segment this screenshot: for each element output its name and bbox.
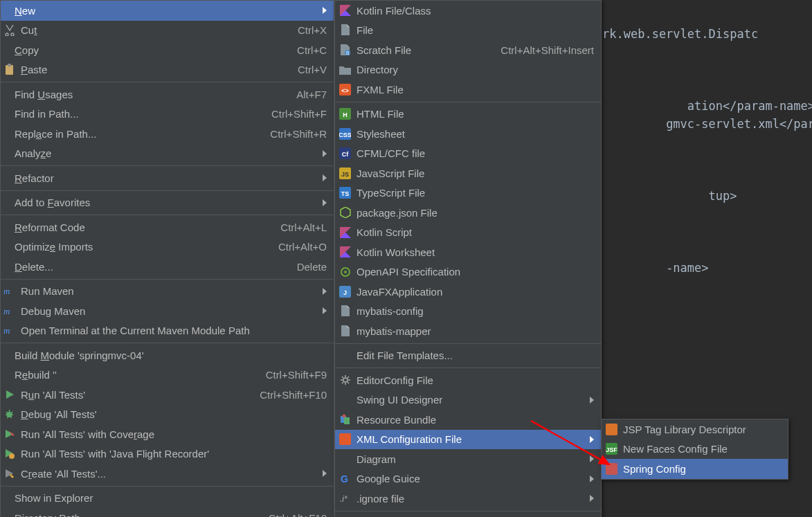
context-menu-item[interactable]: Optimize ImportsCtrl+Alt+O [1, 237, 334, 257]
menu-item-label: Google Guice [357, 473, 590, 484]
context-menu[interactable]: NewCutCtrl+XCopyCtrl+CPasteCtrl+VFind Us… [0, 0, 334, 517]
submenu-arrow-icon [590, 475, 594, 482]
jsp-icon [604, 423, 619, 435]
context-menu-item[interactable]: Find in Path...Ctrl+Shift+F [1, 105, 334, 125]
new-submenu-item[interactable]: JJavaFXApplication [335, 282, 601, 302]
new-submenu[interactable]: Kotlin File/ClassFileSScratch FileCtrl+A… [334, 0, 602, 517]
new-submenu-item[interactable]: Swing UI Designer [335, 390, 601, 410]
context-menu-item[interactable]: Refactor [1, 168, 334, 188]
context-menu-item[interactable]: Run 'All Tests'Ctrl+Shift+F10 [1, 385, 334, 405]
file-icon [338, 325, 352, 337]
menu-item-label: Cut [21, 24, 289, 36]
profile-icon [2, 448, 17, 460]
context-menu-item[interactable]: Rebuild ''Ctrl+Shift+F9 [1, 365, 334, 386]
new-submenu-item[interactable]: CSSStylesheet [335, 124, 601, 144]
context-menu-item[interactable]: Delete...Delete [1, 257, 334, 277]
svg-text:TS: TS [341, 190, 350, 197]
svg-text:m: m [3, 286, 10, 296]
context-menu-item[interactable]: PasteCtrl+V [1, 60, 334, 80]
svg-rect-34 [606, 424, 617, 435]
context-menu-item[interactable]: Replace in Path...Ctrl+Shift+R [1, 124, 334, 144]
debug-icon [2, 408, 17, 421]
separator [1, 82, 334, 82]
context-menu-item[interactable]: Run 'All Tests' with Coverage [1, 424, 334, 444]
new-submenu-item[interactable]: OpenAPI Specification [335, 262, 601, 282]
menu-item-label: Stylesheet [357, 128, 594, 140]
new-submenu-item[interactable]: @Create New Servlet [335, 514, 601, 518]
context-menu-item[interactable]: Build Module 'springmvc-04' [1, 345, 334, 365]
context-menu-item[interactable]: mOpen Terminal at the Current Maven Modu… [1, 321, 334, 341]
new-submenu-item[interactable]: mybatis-config [335, 302, 601, 322]
new-submenu-item[interactable]: JSJavaScript File [335, 163, 601, 183]
code-line: rk.web.servlet.Dispatc [602, 27, 758, 41]
context-menu-item[interactable]: CopyCtrl+C [1, 40, 334, 60]
new-submenu-item[interactable]: Edit File Templates... [335, 346, 601, 366]
menu-item-label: Debug 'All Tests' [21, 408, 327, 420]
xml-submenu-item[interactable]: JSP Tag Library Descriptor [602, 419, 788, 439]
menu-item-label: JavaFXApplication [357, 286, 594, 298]
context-menu-item[interactable]: Add to Favorites [1, 193, 334, 213]
context-menu-item[interactable]: Create 'All Tests'... [1, 464, 334, 484]
css-icon: CSS [338, 127, 352, 140]
new-submenu-item[interactable]: Kotlin Worksheet [335, 242, 601, 262]
new-submenu-item[interactable]: Directory [335, 60, 601, 80]
context-menu-item[interactable]: mRun Maven [1, 282, 334, 302]
xml-submenu-item[interactable]: JSFNew Faces Config File [602, 439, 788, 460]
menu-item-label: Optimize Imports [15, 241, 270, 253]
javafx-icon: J [338, 285, 352, 298]
code-line: gmvc-servlet.xml</para [666, 117, 812, 131]
new-submenu-item[interactable]: Resource Bundle [335, 410, 601, 430]
shortcut-label: Ctrl+Alt+F12 [260, 512, 327, 517]
new-submenu-item[interactable]: CfCFML/CFC file [335, 144, 601, 164]
menu-item-label: Add to Favorites [15, 197, 323, 208]
new-submenu-item[interactable]: HHTML File [335, 105, 601, 125]
svg-text:CSS: CSS [339, 131, 351, 138]
new-submenu-item[interactable]: mybatis-mapper [335, 321, 601, 341]
menu-item-label: Edit File Templates... [357, 350, 594, 361]
menu-item-label: Delete... [15, 261, 289, 273]
context-menu-item[interactable]: CutCtrl+X [1, 21, 334, 41]
code-line: tup> [709, 189, 737, 203]
new-submenu-item[interactable]: Kotlin File/Class [335, 1, 601, 21]
menu-item-label: Directory Path [15, 512, 260, 517]
new-submenu-item[interactable]: package.json File [335, 203, 601, 223]
context-menu-item[interactable]: New [1, 1, 334, 21]
xml-config-submenu[interactable]: JSP Tag Library DescriptorJSFNew Faces C… [601, 419, 788, 480]
new-submenu-item[interactable]: EditorConfig File [335, 370, 601, 390]
new-submenu-item[interactable]: SScratch FileCtrl+Alt+Shift+Insert [335, 40, 601, 60]
menu-item-label: Debug Maven [21, 305, 323, 317]
separator [335, 368, 601, 368]
new-submenu-item[interactable]: Kotlin Script [335, 223, 601, 243]
context-menu-item[interactable]: Analyze [1, 144, 334, 164]
svg-text:J: J [343, 289, 347, 296]
context-menu-item[interactable]: Debug 'All Tests' [1, 405, 334, 425]
new-submenu-item[interactable]: .i*.ignore file [335, 489, 601, 509]
context-menu-item[interactable]: Run 'All Tests' with 'Java Flight Record… [1, 444, 334, 464]
menu-item-label: package.json File [357, 207, 594, 219]
svg-text:S: S [346, 51, 350, 55]
shortcut-label: Ctrl+Shift+F9 [258, 369, 327, 381]
svg-rect-37 [606, 463, 617, 475]
menu-item-label: Spring Config [623, 463, 781, 475]
shortcut-label: Delete [289, 261, 327, 273]
new-submenu-item[interactable]: GGoogle Guice [335, 469, 601, 489]
menu-item-label: New Faces Config File [623, 443, 781, 455]
menu-item-label: CFML/CFC file [357, 147, 594, 159]
svg-text:JSF: JSF [606, 446, 617, 453]
new-submenu-item[interactable]: <>FXML File [335, 80, 601, 100]
xml-submenu-item[interactable]: Spring Config [602, 459, 788, 479]
new-submenu-item[interactable]: TSTypeScript File [335, 183, 601, 203]
new-submenu-item[interactable]: Diagram [335, 449, 601, 469]
context-menu-item[interactable]: Find UsagesAlt+F7 [1, 84, 334, 105]
context-menu-item[interactable]: Show in Explorer [1, 489, 334, 509]
context-menu-item[interactable]: Directory PathCtrl+Alt+F12 [1, 508, 334, 517]
new-submenu-item[interactable]: XML Configuration File [335, 430, 601, 450]
shortcut-label: Ctrl+Shift+F10 [251, 389, 327, 401]
context-menu-item[interactable]: Reformat CodeCtrl+Alt+L [1, 217, 334, 237]
new-submenu-item[interactable]: File [335, 21, 601, 41]
svg-text:.i*: .i* [340, 494, 348, 504]
shortcut-label: Ctrl+Shift+R [262, 128, 327, 140]
context-menu-item[interactable]: mDebug Maven [1, 301, 334, 321]
svg-text:m: m [3, 325, 10, 336]
svg-point-6 [9, 453, 15, 459]
